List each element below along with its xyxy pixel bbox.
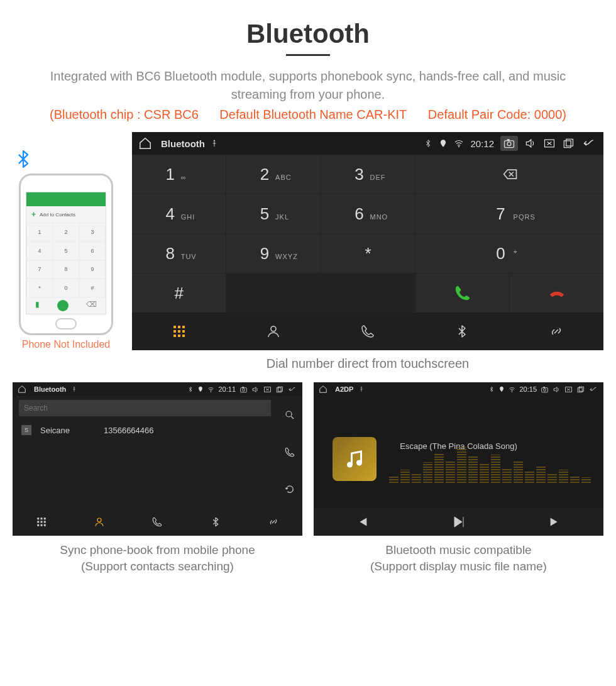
equalizer-visual [389, 445, 591, 483]
key-4[interactable]: 4GHI [132, 194, 226, 233]
phone-mockup: Add to Contacts 123 456 789 *0# ▮ ⌫ [19, 174, 113, 335]
key-star[interactable]: * [321, 234, 415, 273]
music-body: Escape (The Pina Colada Song) [314, 396, 603, 508]
album-art-icon [333, 437, 377, 481]
tab-contacts[interactable] [70, 508, 128, 536]
tab-contacts[interactable] [226, 313, 321, 350]
tab-pair[interactable] [245, 508, 302, 536]
usb-icon [71, 386, 77, 392]
key-2[interactable]: 2ABC [226, 155, 320, 194]
wifi-icon [454, 138, 464, 148]
volume-icon[interactable] [524, 137, 537, 150]
close-icon[interactable] [564, 385, 573, 394]
key-hash[interactable]: # [132, 274, 226, 313]
key-3[interactable]: 3DEF [321, 155, 415, 194]
add-contacts-label: Add to Contacts [26, 206, 106, 223]
next-button[interactable] [507, 508, 603, 536]
tab-bluetooth[interactable] [415, 313, 509, 350]
key-7[interactable]: 7PQRS [415, 194, 603, 233]
back-icon[interactable] [287, 385, 297, 394]
close-icon[interactable] [543, 137, 556, 150]
statusbar-dialer: Bluetooth 20:12 [132, 132, 603, 155]
phone-keypad: 123 456 789 *0# [26, 223, 106, 297]
search-icon[interactable] [284, 409, 295, 421]
home-icon[interactable] [18, 385, 26, 394]
clock: 20:12 [470, 138, 494, 149]
search-input[interactable] [19, 400, 271, 416]
call-icon[interactable] [284, 446, 295, 458]
volume-icon[interactable] [251, 385, 260, 394]
contact-number: 13566664466 [104, 426, 154, 435]
key-1[interactable]: 1∞ [132, 155, 226, 194]
phone-not-included-label: Phone Not Included [13, 339, 119, 350]
home-icon[interactable] [138, 136, 152, 150]
tab-dialpad[interactable] [132, 313, 226, 350]
usb-icon [210, 139, 219, 148]
call-button[interactable] [415, 274, 509, 313]
camera-icon[interactable] [500, 136, 518, 151]
play-button[interactable] [410, 508, 507, 536]
statusbar-phonebook: Bluetooth 20:11 [13, 382, 302, 396]
key-9[interactable]: 9WXYZ [226, 234, 320, 273]
statusbar-music: A2DP 20:15 [314, 382, 603, 396]
phonebook-caption: Sync phone-book from mobile phone (Suppo… [13, 542, 302, 574]
usb-icon [358, 386, 365, 392]
prev-button[interactable] [314, 508, 410, 536]
bluetooth-icon [13, 148, 119, 170]
tab-recents[interactable] [128, 508, 186, 536]
tab-pair[interactable] [509, 313, 603, 350]
back-icon[interactable] [581, 137, 597, 150]
music-controls [314, 508, 603, 536]
contact-name: Seicane [40, 426, 70, 435]
contact-row[interactable]: S Seicane 13566664466 [13, 420, 277, 440]
tab-bluetooth[interactable] [187, 508, 245, 536]
tab-dialpad[interactable] [13, 508, 70, 536]
camera-icon[interactable] [541, 385, 549, 394]
bluetooth-icon [424, 139, 432, 148]
back-icon[interactable] [588, 385, 598, 394]
location-icon [439, 139, 448, 148]
recent-icon[interactable] [275, 385, 283, 394]
bluetooth-specs: (Bluetooth chip : CSR BC6 Default Blueto… [13, 108, 603, 122]
contact-initial: S [21, 425, 31, 435]
close-icon[interactable] [263, 385, 272, 394]
key-6[interactable]: 6MNO [321, 194, 415, 233]
recent-icon[interactable] [576, 385, 585, 394]
camera-icon[interactable] [239, 385, 248, 394]
tab-recents[interactable] [321, 313, 415, 350]
key-8[interactable]: 8TUV [132, 234, 226, 273]
refresh-icon[interactable] [284, 484, 295, 495]
hangup-button[interactable] [510, 274, 603, 313]
phonebook-toolbar [13, 508, 302, 536]
page-title: Bluetooth [13, 19, 603, 49]
home-icon[interactable] [319, 385, 327, 394]
music-caption: Bluetooth music compatible (Support disp… [314, 542, 603, 574]
backspace-button[interactable] [415, 155, 603, 194]
dialer-caption: Dial number direct from touchscreen [132, 357, 603, 371]
title-underline [286, 54, 330, 56]
volume-icon[interactable] [553, 385, 561, 394]
dialer-toolbar [132, 313, 603, 350]
page-subtitle: Integrated with BC6 Bluetooth module, su… [25, 67, 591, 104]
key-5[interactable]: 5JKL [226, 194, 320, 233]
recent-icon[interactable] [562, 137, 575, 150]
key-0[interactable]: 0+ [415, 234, 603, 273]
dialer-keypad: 1∞ 2ABC 3DEF 4GHI 5JKL 6MNO 7PQRS 8TUV [132, 155, 603, 313]
